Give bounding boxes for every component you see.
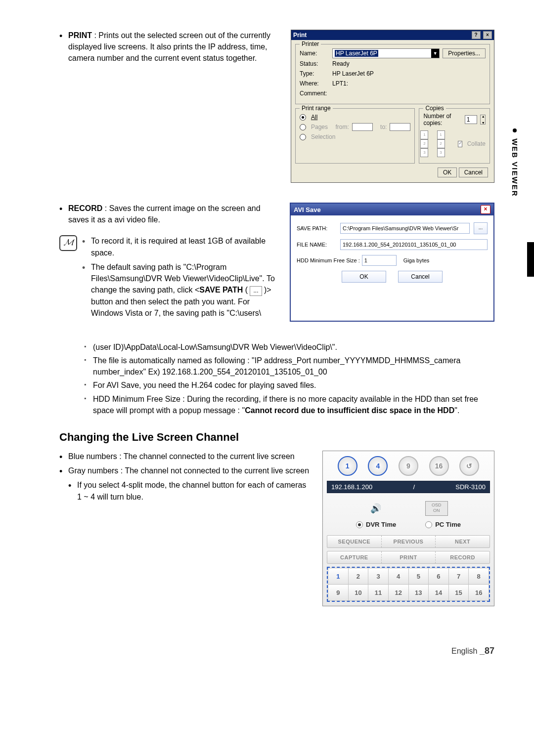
status-value: Ready	[332, 60, 486, 67]
collate-label: Collate	[467, 140, 486, 147]
ch-11[interactable]: 11	[368, 585, 389, 601]
action-bar: CAPTURE PRINT RECORD	[327, 551, 490, 564]
print-title-btns: ? ×	[471, 31, 492, 39]
footer: English _87	[59, 646, 494, 656]
avi-title: AVI Save	[294, 206, 321, 213]
pc-time-label: PC Time	[435, 521, 461, 528]
note-5: HDD Minimum Free Size : During the recor…	[84, 393, 494, 416]
radio-all[interactable]	[300, 114, 306, 121]
range-pages-row: Pages from: to:	[300, 123, 410, 131]
print-desc: : Prints out the selected screen out of …	[68, 31, 270, 62]
copies-fieldset: Copies Number of copies: 1 123 123 Colla…	[419, 108, 490, 164]
file-name-label: FILE NAME:	[297, 242, 336, 248]
save-path-token: SAVE PATH	[199, 286, 243, 294]
type-value: HP LaserJet 6P	[332, 70, 486, 77]
printer-select[interactable]: HP LaserJet 6P ▼	[332, 48, 440, 58]
chevron-down-icon[interactable]: ▼	[431, 49, 439, 58]
note-icon: 𝓜	[59, 235, 77, 251]
name-label: Name:	[300, 50, 329, 57]
ch-6[interactable]: 6	[429, 568, 449, 585]
ch-3[interactable]: 3	[368, 568, 389, 585]
printer-fieldset: Printer Name: HP LaserJet 6P ▼ Propertie…	[295, 44, 490, 104]
ch-4[interactable]: 4	[388, 568, 408, 585]
print-term: PRINT	[68, 31, 92, 40]
ch-2[interactable]: 2	[348, 568, 368, 585]
ch-16[interactable]: 16	[469, 585, 489, 601]
dvr-time-radio[interactable]: DVR Time	[356, 521, 396, 528]
browse-button[interactable]: ...	[474, 222, 488, 234]
ch-15[interactable]: 15	[448, 585, 469, 601]
all-label: All	[311, 114, 317, 121]
avi-titlebar: AVI Save ×	[291, 204, 493, 215]
collate-check	[458, 141, 462, 147]
record-notes-cont: (user ID)\AppData\Local-Low\Samsung\DVR …	[84, 341, 494, 416]
ch-5[interactable]: 5	[408, 568, 429, 585]
next-button[interactable]: NEXT	[436, 536, 490, 547]
ip-label: 192.168.1.200	[331, 483, 372, 491]
mode-16-button[interactable]: 16	[429, 456, 449, 476]
ch-8[interactable]: 8	[469, 568, 489, 585]
model-label: SDR-3100	[455, 483, 486, 491]
speaker-icon[interactable]: 🔊	[369, 502, 383, 515]
ch-13[interactable]: 13	[408, 585, 429, 601]
avi-dialog: AVI Save × SAVE PATH: C:\Program Files\S…	[290, 203, 494, 322]
side-tab-dot	[513, 128, 517, 132]
print-ok-button[interactable]: OK	[438, 168, 457, 177]
record-button[interactable]: RECORD	[436, 551, 490, 563]
cannot-record-msg: Cannot record due to insufficient disc s…	[245, 406, 454, 415]
to-label: to:	[380, 124, 387, 130]
mode-9-button[interactable]: 9	[399, 456, 418, 476]
mode-1-button[interactable]: 1	[338, 456, 357, 476]
mode-buttons: 1 4 9 16 ↺	[327, 456, 490, 476]
num-copies-label: Number of copies:	[423, 113, 455, 126]
address-bar: 192.168.1.200 / SDR-3100	[327, 481, 490, 493]
footer-lang: English	[451, 647, 480, 655]
print-button[interactable]: PRINT	[382, 551, 436, 563]
ip-sep: /	[413, 483, 415, 491]
copies-input[interactable]: 1	[465, 115, 477, 124]
save-path-input[interactable]: C:\Program Files\Samsung\DVR Web Viewer\…	[340, 223, 470, 234]
blue-bullet: Blue numbers : The channel connected to …	[59, 451, 311, 462]
print-title: Print	[293, 32, 307, 39]
record-term: RECORD	[68, 204, 102, 212]
print-cancel-button[interactable]: Cancel	[459, 168, 488, 177]
osd-button[interactable]: OSDON	[425, 501, 448, 516]
hdd-input[interactable]: 1	[362, 255, 397, 266]
ch-12[interactable]: 12	[388, 585, 408, 601]
pc-time-radio[interactable]: PC Time	[425, 521, 461, 528]
file-name-input[interactable]: 192.168.1.200_554_20120101_135105_01_00	[340, 239, 488, 250]
sequence-button[interactable]: SEQUENCE	[327, 536, 382, 547]
properties-button[interactable]: Properties...	[443, 48, 486, 58]
avi-close-button[interactable]: ×	[481, 205, 490, 214]
copies-spinner[interactable]	[480, 115, 486, 125]
save-path-label: SAVE PATH:	[297, 225, 336, 231]
selection-label: Selection	[311, 133, 335, 140]
record-section: RECORD : Saves the current image on the …	[59, 203, 494, 322]
ch-14[interactable]: 14	[429, 585, 449, 601]
range-fieldset: Print range All Pages from: to: Selectio…	[295, 108, 415, 164]
ch-10[interactable]: 10	[348, 585, 368, 601]
mode-cycle-button[interactable]: ↺	[459, 456, 479, 476]
note-2: The default saving path is "C:\Program F…	[82, 261, 278, 319]
edge-marker	[527, 242, 534, 277]
ch-7[interactable]: 7	[448, 568, 469, 585]
ch-9[interactable]: 9	[328, 585, 349, 601]
close-button[interactable]: ×	[483, 31, 492, 39]
mode-4-button[interactable]: 4	[368, 456, 388, 476]
ch-1[interactable]: 1	[328, 568, 349, 585]
capture-button[interactable]: CAPTURE	[327, 551, 382, 563]
avi-cancel-button[interactable]: Cancel	[398, 271, 443, 283]
help-button[interactable]: ?	[472, 31, 481, 39]
range-selection-row: Selection	[300, 132, 410, 141]
collate-icon-1: 123	[423, 130, 432, 157]
gray-bullet: Gray numbers : The channel not connected…	[59, 465, 311, 476]
to-input	[390, 123, 410, 131]
previous-button[interactable]: PREVIOUS	[382, 536, 436, 547]
avi-ok-button[interactable]: OK	[342, 271, 386, 283]
print-section: PRINT : Prints out the selected screen o…	[59, 30, 494, 183]
record-bullet: RECORD : Saves the current image on the …	[59, 203, 278, 225]
channel-grid: 1 2 3 4 5 6 7 8 9 10 11 12 13	[327, 567, 490, 602]
range-all-row[interactable]: All	[300, 113, 410, 122]
radio-selection	[300, 134, 306, 140]
dvr-time-dot	[356, 521, 363, 528]
